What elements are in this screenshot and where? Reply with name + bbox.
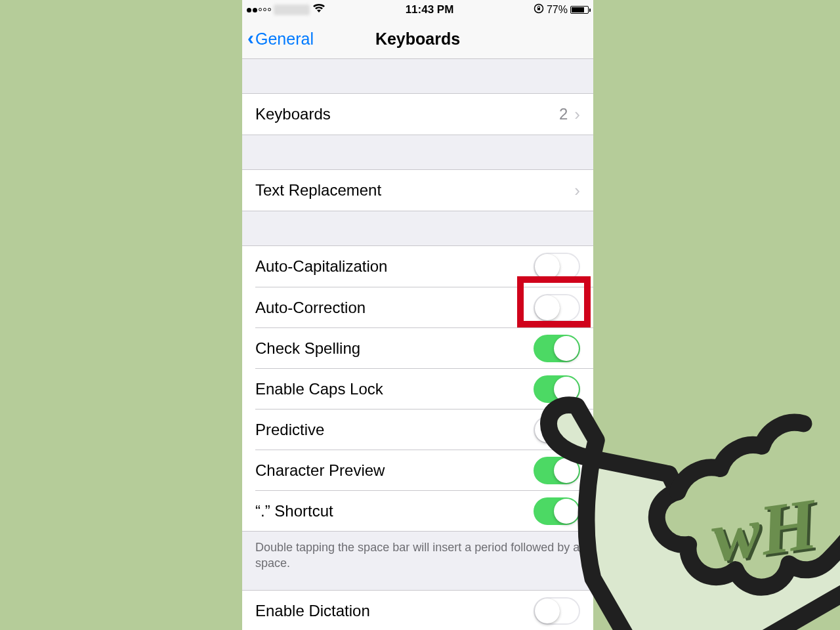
status-left (247, 4, 326, 16)
predictive-row: Predictive (255, 409, 593, 450)
back-label: General (255, 30, 314, 49)
text-replacement-row[interactable]: Text Replacement › (242, 170, 593, 211)
battery-percent: 77% (547, 4, 568, 16)
period-shortcut-row: “.” Shortcut (255, 490, 593, 531)
keyboards-label: Keyboards (255, 105, 559, 123)
period-shortcut-label: “.” Shortcut (255, 502, 534, 520)
chevron-right-icon: › (574, 180, 580, 201)
navigation-bar: ‹ General Keyboards (242, 20, 593, 59)
check-spelling-toggle[interactable] (534, 335, 580, 362)
period-shortcut-footer: Double tapping the space bar will insert… (242, 532, 593, 572)
phone-screen: 11:43 PM 77% ‹ General Keyboards Keyboar… (242, 0, 593, 630)
wikihow-logo: wH (707, 482, 822, 579)
auto-capitalization-toggle[interactable] (534, 253, 580, 280)
auto-capitalization-row: Auto-Capitalization (242, 246, 593, 287)
auto-correction-toggle[interactable] (534, 294, 580, 322)
character-preview-row: Character Preview (255, 450, 593, 490)
wifi-icon (312, 4, 326, 16)
enable-dictation-row: Enable Dictation (242, 591, 593, 630)
svg-rect-1 (537, 8, 540, 10)
enable-dictation-toggle[interactable] (534, 597, 580, 625)
predictive-toggle[interactable] (534, 416, 580, 444)
chevron-right-icon: › (574, 104, 580, 125)
status-right: 77% (534, 3, 589, 16)
enable-dictation-label: Enable Dictation (255, 602, 534, 620)
keyboards-row[interactable]: Keyboards 2 › (242, 94, 593, 135)
enable-caps-lock-row: Enable Caps Lock (255, 368, 593, 409)
status-time: 11:43 PM (406, 3, 454, 16)
period-shortcut-toggle[interactable] (534, 497, 580, 525)
back-button[interactable]: ‹ General (242, 30, 314, 49)
battery-fill (572, 7, 584, 12)
signal-strength-icon (247, 8, 271, 12)
predictive-label: Predictive (255, 421, 534, 439)
orientation-lock-icon (534, 3, 544, 16)
enable-caps-lock-label: Enable Caps Lock (255, 380, 534, 398)
check-spelling-label: Check Spelling (255, 339, 534, 358)
chevron-left-icon: ‹ (247, 28, 254, 48)
battery-icon (570, 6, 589, 14)
character-preview-label: Character Preview (255, 461, 534, 480)
character-preview-toggle[interactable] (534, 457, 580, 484)
enable-caps-lock-toggle[interactable] (534, 375, 580, 403)
check-spelling-row: Check Spelling (255, 327, 593, 368)
auto-correction-label: Auto-Correction (255, 299, 534, 317)
carrier-label-blurred (274, 5, 310, 15)
text-replacement-label: Text Replacement (255, 181, 574, 200)
keyboards-count: 2 (559, 105, 568, 123)
auto-correction-row: Auto-Correction (255, 287, 593, 327)
status-bar: 11:43 PM 77% (242, 0, 593, 20)
auto-capitalization-label: Auto-Capitalization (255, 257, 534, 276)
